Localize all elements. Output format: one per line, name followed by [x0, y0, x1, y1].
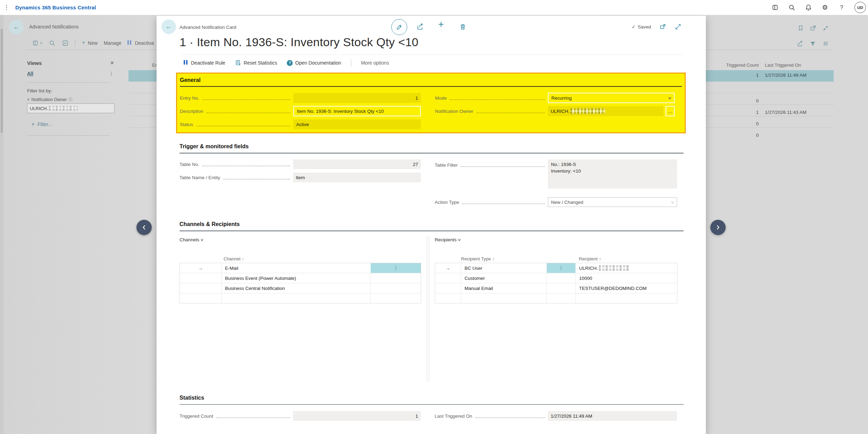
- channel-cell[interactable]: Business Central Notification: [222, 283, 371, 293]
- channel-cell[interactable]: Business Event (Power Automate): [222, 273, 371, 283]
- settings-gear-icon[interactable]: ⚙: [821, 4, 829, 11]
- minimize-icon[interactable]: [822, 25, 829, 32]
- table-filter-field-row: Table Filter: [435, 161, 548, 169]
- view-all-link[interactable]: All: [27, 71, 33, 76]
- add-filter-button[interactable]: + Filter...: [31, 121, 52, 128]
- views-switcher-icon[interactable]: ∨: [32, 40, 42, 47]
- bg-deactivate-button[interactable]: Deactiva: [127, 40, 153, 46]
- deactivate-rule-button[interactable]: Deactivate Rule: [184, 60, 225, 66]
- recipient-row[interactable]: → BC User ⋮ ULRICH.: [435, 263, 677, 273]
- pane-divider: [27, 82, 110, 83]
- bg-selected-row[interactable]: [128, 70, 157, 82]
- previous-record-button[interactable]: [136, 220, 152, 235]
- filter-icon[interactable]: [809, 40, 816, 47]
- toolbar-separator: [75, 40, 75, 47]
- new-button[interactable]: +: [438, 19, 444, 30]
- dotted-leader: [476, 112, 545, 113]
- notifications-bell-icon[interactable]: [804, 4, 812, 11]
- bg-page-title: Advanced Notifications: [29, 24, 78, 30]
- row-triggered-count[interactable]: 1: [706, 73, 759, 78]
- recipient-cell[interactable]: 10000: [576, 273, 677, 283]
- close-icon[interactable]: ×: [110, 59, 114, 67]
- bg-col-triggered-count[interactable]: Triggered Count: [706, 62, 759, 68]
- help-icon[interactable]: ?: [838, 4, 845, 11]
- more-options-button[interactable]: More options: [361, 60, 389, 66]
- back-arrow-icon: ←: [14, 24, 19, 31]
- row-options-icon[interactable]: ⋮: [371, 263, 421, 273]
- page-scrollbar[interactable]: [0, 15, 3, 434]
- channels-recipients-rule: [180, 231, 684, 231]
- app-launcher-icon[interactable]: ⋮: [3, 0, 9, 15]
- channels-subcaption[interactable]: Channels ∨: [180, 237, 203, 242]
- row-triggered-count[interactable]: 0: [706, 133, 759, 138]
- bg-col-last-triggered[interactable]: Last Triggered On: [765, 62, 801, 68]
- recipient-type-cell[interactable]: Manual Email: [461, 283, 547, 293]
- trigger-caption[interactable]: Trigger & monitored fields: [180, 143, 249, 150]
- statistics-caption[interactable]: Statistics: [180, 395, 204, 401]
- row-triggered-count[interactable]: 0: [706, 98, 759, 103]
- bg-entry-column-header[interactable]: Er: [152, 62, 157, 68]
- view-menu-icon[interactable]: ⋮: [109, 71, 114, 76]
- bg-back-button[interactable]: ←: [9, 20, 24, 34]
- pause-icon: [127, 40, 132, 46]
- recipient-row[interactable]: Customer 10000: [435, 273, 677, 283]
- recipient-row[interactable]: Manual Email TESTUSER@DEDOMIND.COM: [435, 283, 677, 293]
- channels-recipients-caption[interactable]: Channels & Recipients: [180, 221, 240, 227]
- row-last-triggered[interactable]: 1/27/2026 11:49 AM: [765, 73, 807, 78]
- channel-cell[interactable]: E-Mail: [222, 263, 371, 273]
- table-no-label: Table No.: [180, 162, 199, 167]
- brand-title[interactable]: Dynamics 365 Business Central: [15, 0, 96, 15]
- recipient-type-cell[interactable]: Customer: [461, 273, 547, 283]
- filter-value-input[interactable]: ULRICH.: [27, 103, 115, 113]
- recipient-type-cell[interactable]: BC User: [461, 263, 547, 273]
- recipient-row-empty[interactable]: [435, 293, 677, 303]
- card-back-button[interactable]: ←: [161, 19, 176, 34]
- search-icon[interactable]: [49, 40, 56, 47]
- assist-edit-button[interactable]: …: [666, 106, 675, 116]
- delete-button[interactable]: [459, 23, 467, 31]
- share-button[interactable]: [416, 23, 424, 31]
- bg-manage-button[interactable]: Manage: [104, 40, 122, 46]
- open-in-new-window-icon[interactable]: [659, 23, 666, 30]
- recipient-cell[interactable]: TESTUSER@DEDOMIND.COM: [576, 283, 677, 293]
- expand-icon[interactable]: [675, 23, 682, 30]
- open-documentation-button[interactable]: ? Open Documentation: [287, 60, 341, 66]
- dynamics-apps-icon[interactable]: [771, 4, 779, 11]
- row-options-icon[interactable]: ⋮: [547, 263, 576, 273]
- list-view-icon[interactable]: [822, 40, 829, 47]
- description-input[interactable]: Item No. 1936-S: Inventory Stock Qty <10: [293, 106, 421, 116]
- edit-button[interactable]: [391, 19, 407, 35]
- recipient-type-column-header[interactable]: Recipient Type ↑: [461, 256, 494, 261]
- info-icon[interactable]: ⓘ: [68, 97, 72, 102]
- channel-row[interactable]: Business Event (Power Automate): [180, 273, 421, 283]
- analyze-icon[interactable]: [62, 40, 69, 47]
- general-caption[interactable]: General: [180, 77, 201, 83]
- bookmark-icon[interactable]: [797, 25, 804, 32]
- channel-row[interactable]: → E-Mail ⋮: [180, 263, 421, 273]
- channel-column-header[interactable]: Channel ↑: [224, 256, 244, 261]
- recipient-cell[interactable]: ULRICH.: [576, 263, 677, 273]
- user-avatar[interactable]: UD: [854, 2, 866, 13]
- next-record-button[interactable]: [710, 220, 726, 235]
- channel-row[interactable]: Business Central Notification: [180, 283, 421, 293]
- share-icon[interactable]: [796, 40, 803, 47]
- open-in-new-window-icon[interactable]: [810, 25, 817, 32]
- row-triggered-count[interactable]: 0: [706, 121, 759, 126]
- recipient-column-header[interactable]: Recipient ↑: [575, 256, 677, 261]
- bg-new-button[interactable]: + New: [82, 39, 98, 47]
- reset-statistics-button[interactable]: Reset Statistics: [235, 60, 277, 66]
- search-icon[interactable]: [788, 4, 795, 11]
- recipients-subcaption[interactable]: Recipients ∨: [435, 237, 460, 242]
- mode-dropdown[interactable]: Recurring ∨: [548, 93, 675, 103]
- trigger-caption-rule: [180, 153, 684, 153]
- entry-no-value: 1: [293, 93, 421, 103]
- remove-filter-icon[interactable]: ×: [27, 97, 30, 102]
- actionbar-separator: [351, 59, 351, 66]
- row-last-triggered[interactable]: 1/27/2026 11:43 AM: [765, 110, 807, 115]
- row-triggered-count[interactable]: 1: [706, 110, 759, 115]
- plus-icon: +: [31, 121, 35, 128]
- channel-row-empty[interactable]: [180, 293, 421, 303]
- scrollbar-thumb[interactable]: [1, 29, 3, 133]
- column-splitter[interactable]: [427, 236, 429, 382]
- dotted-leader: [216, 417, 290, 418]
